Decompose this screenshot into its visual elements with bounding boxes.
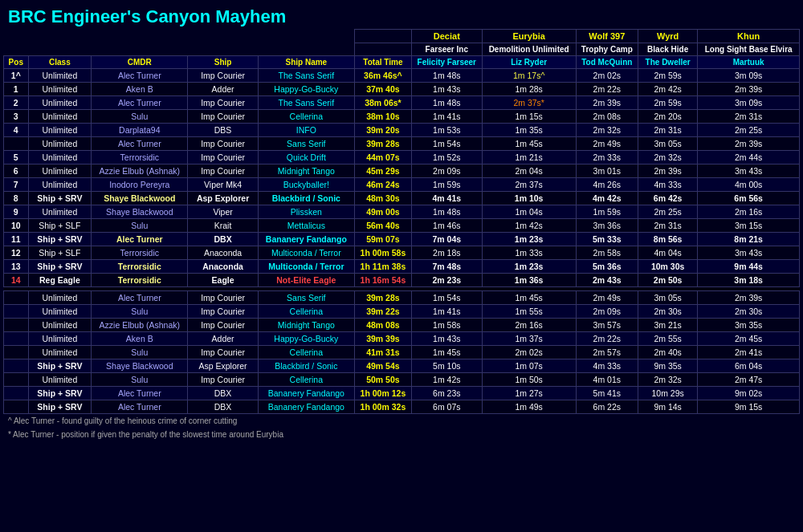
cmdr-cell: Azzie Elbub (Ashnak) (92, 319, 188, 332)
ship-cell: DBX (188, 400, 258, 414)
race-time-cell: 1m 23s (482, 260, 576, 274)
ship-cell: Eagle (188, 274, 258, 287)
unranked-table-row: Ship + SRVAlec TurnerDBXBananery Fandang… (4, 400, 800, 414)
race-time-cell: 1m 10s (482, 192, 576, 205)
race-time-cell: 1m 33s (482, 246, 576, 260)
cmdr-cell: Shaye Blackwood (92, 192, 188, 205)
shipname-cell: Sans Serif (258, 137, 354, 151)
race-time-cell: 2m 43s (576, 274, 638, 287)
race-time-cell: 3m 01s (576, 164, 638, 178)
pos-cell: 10 (4, 219, 29, 233)
cmdr-cell: Shaye Blackwood (92, 359, 188, 373)
race-time-cell: 7m 04s (411, 233, 482, 246)
cmdr-cell: Alec Turner (92, 69, 188, 83)
race-time-cell: 1m 43s (411, 83, 482, 96)
class-cell: Unlimited (28, 137, 92, 151)
race-time-cell: 2m 30s (638, 305, 698, 319)
shipname-cell: Midnight Tango (258, 164, 354, 178)
col-total: Total Time (354, 56, 411, 69)
pos-cell: 14 (4, 274, 29, 287)
race-time-cell: 1m 46s (411, 219, 482, 233)
race-time-cell: 9m 35s (638, 359, 698, 373)
ship-cell: Viper (188, 205, 258, 219)
pos-cell: 7 (4, 178, 29, 192)
total-cell: 1h 00m 32s (354, 400, 411, 414)
race-time-cell: 2m 09s (411, 164, 482, 178)
class-cell: Ship + SRV (28, 233, 92, 246)
pos-cell: 4 (4, 124, 29, 137)
class-cell: Unlimited (28, 96, 92, 110)
race-time-cell: 1m 28s (482, 83, 576, 96)
shipname-cell: Blackbird / Sonic (258, 359, 354, 373)
race-header-wyrd: Wyrd (638, 30, 698, 43)
pos-cell (4, 319, 29, 332)
ship-cell: DBX (188, 387, 258, 400)
class-cell: Ship + SRV (28, 359, 92, 373)
cmdr-cell: Sulu (92, 346, 188, 359)
race-time-cell: 10m 30s (638, 260, 698, 274)
race-time-cell: 2m 37s* (482, 96, 576, 110)
total-cell: 1h 16m 54s (354, 274, 411, 287)
ship-cell: Anaconda (188, 246, 258, 260)
class-cell: Unlimited (28, 346, 92, 359)
race-time-cell: 3m 05s (638, 291, 698, 305)
race-time-cell: 1m 59s (576, 205, 638, 219)
class-cell: Unlimited (28, 373, 92, 387)
table-row: 1UnlimitedAken BAdderHappy-Go-Bucky37m 4… (4, 83, 800, 96)
table-row: 6UnlimitedAzzie Elbub (Ashnak)Imp Courie… (4, 164, 800, 178)
unranked-table-row: Ship + SRVShaye BlackwoodAsp ExplorerBla… (4, 359, 800, 373)
pos-cell: 11 (4, 233, 29, 246)
total-cell: 48m 30s (354, 192, 411, 205)
class-cell: Unlimited (28, 83, 92, 96)
table-row: 8Ship + SRVShaye BlackwoodAsp ExplorerBl… (4, 192, 800, 205)
pos-cell: 1 (4, 83, 29, 96)
class-cell: Unlimited (28, 69, 92, 83)
ship-cell: Asp Explorer (188, 359, 258, 373)
table-row: 3UnlimitedSuluImp CourierCellerina38m 10… (4, 110, 800, 124)
race-time-cell: 2m 23s (411, 274, 482, 287)
race-time-cell: 2m 57s (576, 346, 638, 359)
total-cell: 1h 11m 38s (354, 260, 411, 274)
class-cell: Ship + SRV (28, 387, 92, 400)
col-class: Class (28, 56, 92, 69)
col-shipname: Ship Name (258, 56, 354, 69)
unranked-table-row: UnlimitedSuluImp CourierCellerina41m 31s… (4, 346, 800, 359)
race-time-cell: 5m 10s (411, 359, 482, 373)
race-time-cell: 3m 09s (698, 96, 800, 110)
pos-cell (4, 359, 29, 373)
table-row: 5UnlimitedTerrorsidicImp CourierQuick Dr… (4, 151, 800, 164)
race-header-row: Deciat Eurybia Wolf 397 Wyrd Khun (4, 30, 800, 43)
race-time-cell: 2m 04s (482, 164, 576, 178)
shipname-cell: Not-Elite Eagle (258, 274, 354, 287)
race-time-cell: 3m 35s (698, 319, 800, 332)
shipname-cell: Cellerina (258, 305, 354, 319)
race-time-cell: 4m 04s (638, 246, 698, 260)
class-cell: Unlimited (28, 332, 92, 346)
col-deciat-pilot: Felicity Farseer (411, 56, 482, 69)
race-time-cell: 1m 21s (482, 151, 576, 164)
race-header-eurybia: Eurybia (482, 30, 576, 43)
race-time-cell: 5m 36s (576, 260, 638, 274)
total-cell: 39m 28s (354, 291, 411, 305)
race-time-cell: 1m 04s (482, 205, 576, 219)
race-time-cell: 2m 32s (576, 124, 638, 137)
pos-cell (4, 305, 29, 319)
ship-cell: Imp Courier (188, 319, 258, 332)
shipname-cell: Buckyballer! (258, 178, 354, 192)
race-time-cell: 4m 41s (411, 192, 482, 205)
race-time-cell: 4m 01s (576, 373, 638, 387)
col-ship: Ship (188, 56, 258, 69)
total-cell: 39m 39s (354, 332, 411, 346)
race-time-cell: 8m 56s (638, 233, 698, 246)
class-cell: Ship + SLF (28, 219, 92, 233)
pos-cell (4, 373, 29, 387)
race-time-cell: 1m 36s (482, 274, 576, 287)
total-cell: 59m 07s (354, 233, 411, 246)
table-row: 1^UnlimitedAlec TurnerImp CourierThe San… (4, 69, 800, 83)
race-time-cell: 3m 21s (638, 319, 698, 332)
race-time-cell: 4m 26s (576, 178, 638, 192)
shipname-cell: Midnight Tango (258, 319, 354, 332)
shipname-cell: Mettalicus (258, 219, 354, 233)
race-time-cell: 1m 52s (411, 151, 482, 164)
ship-cell: Anaconda (188, 260, 258, 274)
